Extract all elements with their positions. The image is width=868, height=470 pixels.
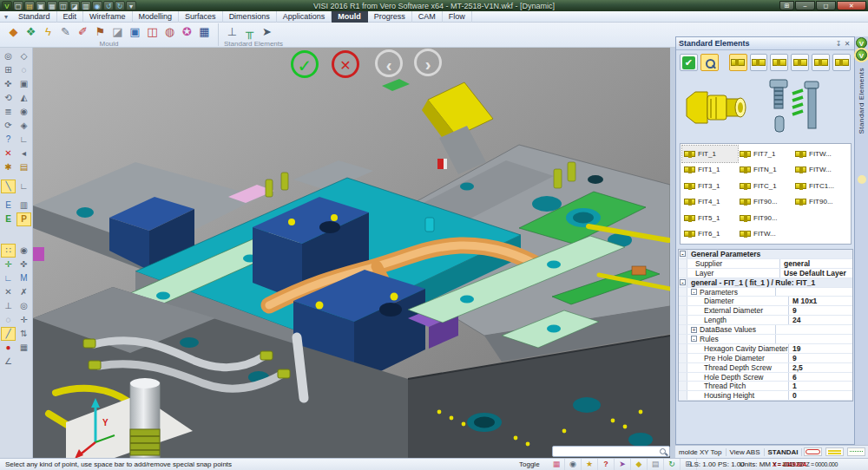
insert-element-icon[interactable]: ➤ <box>259 23 275 41</box>
fit-item[interactable]: FIT90... <box>793 194 849 211</box>
expand-toggle[interactable]: - <box>680 251 686 257</box>
param-value[interactable]: general <box>779 259 852 268</box>
line-style-swatch-green[interactable] <box>847 447 865 456</box>
param-value[interactable]: 9 <box>788 306 852 315</box>
grid-plane-icon[interactable]: ▥ <box>16 199 31 212</box>
param-value[interactable]: 2,5 <box>788 363 852 372</box>
view-orient-icon[interactable]: ◇ <box>16 49 31 63</box>
flag-tool-icon[interactable]: ⚑ <box>92 23 108 41</box>
ucs-icon[interactable]: ∟ <box>1 271 16 285</box>
vero-badge-button-active[interactable]: V <box>856 49 867 61</box>
tab-progress[interactable]: Progress <box>368 11 412 23</box>
selection-box-icon[interactable]: ▣ <box>16 77 31 91</box>
redo-icon[interactable]: ↻ <box>115 1 125 10</box>
marker-pin-icon[interactable]: ✐ <box>75 23 91 41</box>
minimize-button[interactable]: – <box>795 1 815 10</box>
fitting-preview-image[interactable] <box>681 80 753 137</box>
bounding-box-icon[interactable]: ▣ <box>127 23 143 41</box>
confirm-button[interactable]: ✓ <box>291 50 319 78</box>
help-icon[interactable]: ? <box>598 459 615 470</box>
param-value[interactable]: 6 <box>788 373 852 382</box>
move-axis-icon[interactable]: ✜ <box>16 258 31 271</box>
snap-perp-icon[interactable]: ⊥ <box>1 299 16 313</box>
mould-layout-icon[interactable]: ❖ <box>23 23 39 41</box>
wcs-icon[interactable]: M <box>16 271 31 285</box>
corner-tool-icon[interactable]: ∟ <box>16 180 31 193</box>
panel-edge-tab[interactable]: Standard Elements <box>858 68 865 134</box>
fitting-long-button[interactable] <box>812 54 830 71</box>
screw-set-preview-image[interactable] <box>765 78 822 139</box>
target-icon[interactable]: ◉ <box>16 105 31 119</box>
zoom-select-icon[interactable]: ✜ <box>1 77 16 91</box>
active-view-name[interactable]: molde XY Top <box>675 448 727 456</box>
param-value[interactable]: 1 <box>788 382 852 390</box>
layers-icon[interactable]: ≣ <box>1 105 16 119</box>
fit-item[interactable]: FITN_1 <box>738 162 793 179</box>
viewport[interactable]: Y ✓ ✕ ‹ › <box>33 48 670 458</box>
line-style-swatch-yellow[interactable] <box>825 447 844 456</box>
zoom-icon[interactable]: ◉ <box>92 1 102 10</box>
cooling-icon[interactable]: ◫ <box>144 23 161 41</box>
tab-flow[interactable]: Flow <box>443 11 472 23</box>
layout-grid-button[interactable]: ⊞ <box>779 1 794 10</box>
snap-intersect-icon[interactable]: ✕ <box>1 285 16 299</box>
profile-icon[interactable]: ◌ <box>16 63 31 77</box>
previous-view-icon[interactable]: ◂ <box>16 147 31 160</box>
properties-icon[interactable]: ▦ <box>16 341 31 355</box>
line-tool-icon[interactable]: ╲ <box>1 180 16 193</box>
snap-cross-icon[interactable]: ✗ <box>16 285 31 299</box>
quick-electrode-icon[interactable]: ϟ <box>40 23 56 41</box>
toggle-button[interactable]: Toggle <box>519 459 540 470</box>
draft-pen-icon[interactable]: ✎ <box>57 23 74 41</box>
pin-icon[interactable]: ↧ <box>834 40 843 48</box>
tab-wireframe[interactable]: Wireframe <box>83 11 133 23</box>
fit-item[interactable]: FIT_1 <box>682 146 738 162</box>
fit-item[interactable]: FIT5_1 <box>682 210 738 226</box>
fitting-straight-button[interactable] <box>729 54 747 71</box>
fit-item[interactable]: FIT7_1 <box>738 146 793 162</box>
search-icon[interactable] <box>659 447 667 456</box>
close-panel-icon[interactable]: ✕ <box>843 40 852 48</box>
save-all-icon[interactable]: ▦ <box>47 1 57 10</box>
ejector-pin-icon[interactable]: ◍ <box>161 23 178 41</box>
param-value[interactable]: 24 <box>788 316 852 324</box>
core-cavity-icon[interactable]: ▦ <box>196 23 213 41</box>
param-value[interactable]: M 10x1 <box>788 297 852 305</box>
open-model-icon[interactable]: ▤ <box>16 160 31 174</box>
snap-points-icon[interactable]: ∷ <box>1 244 16 258</box>
export-icon[interactable]: ◪ <box>69 1 80 10</box>
pins-library-icon[interactable]: ╥ <box>241 23 258 41</box>
rotate-view-icon[interactable]: ⟲ <box>1 91 16 105</box>
snap-tangent-icon[interactable]: ◌ <box>1 313 16 327</box>
settings-icon[interactable]: ✱ <box>1 160 16 174</box>
standard-profile-label[interactable]: STANDAI <box>765 448 803 456</box>
e-solid-icon[interactable]: E <box>1 212 16 226</box>
fit-item[interactable]: FIT3_1 <box>682 178 738 194</box>
search-magnifier-button[interactable] <box>700 54 719 71</box>
param-value[interactable]: Use Default Layer <box>779 269 852 277</box>
print-icon[interactable]: ▥ <box>81 1 91 10</box>
quick-search-input[interactable] <box>553 447 659 455</box>
line-style-swatch-red[interactable] <box>804 447 822 456</box>
import-icon[interactable]: ◫ <box>58 1 69 10</box>
regen-icon[interactable]: ↻ <box>664 459 681 470</box>
new-document-icon[interactable]: ▢ <box>13 1 23 10</box>
qat-options-icon[interactable]: ▾ <box>126 1 136 10</box>
save-icon[interactable]: ▣ <box>36 1 46 10</box>
snap-align-icon[interactable]: ⇅ <box>16 327 31 341</box>
snap-center-icon[interactable]: ◎ <box>16 299 31 313</box>
param-value[interactable]: 0 <box>788 391 852 400</box>
mould-3d-model[interactable]: Y <box>33 48 670 458</box>
snap-angle-icon[interactable]: ∠ <box>1 355 16 369</box>
fit-item[interactable]: FITC_1 <box>738 178 793 194</box>
mould-project-icon[interactable]: ◆ <box>5 23 22 41</box>
menu-dropdown-icon[interactable]: ▾ <box>0 13 12 21</box>
fit-item[interactable]: FITC1... <box>793 178 849 194</box>
gate-tool-icon[interactable]: ✪ <box>179 23 195 41</box>
open-file-icon[interactable]: ▤ <box>24 1 35 10</box>
maximize-button[interactable]: ◻ <box>816 1 836 10</box>
fit-item[interactable]: FITW... <box>793 162 849 179</box>
favorites-icon[interactable]: ★ <box>582 459 598 470</box>
edit-workplane-icon[interactable]: E <box>1 199 16 212</box>
fit-item[interactable]: FIT90... <box>738 210 793 226</box>
